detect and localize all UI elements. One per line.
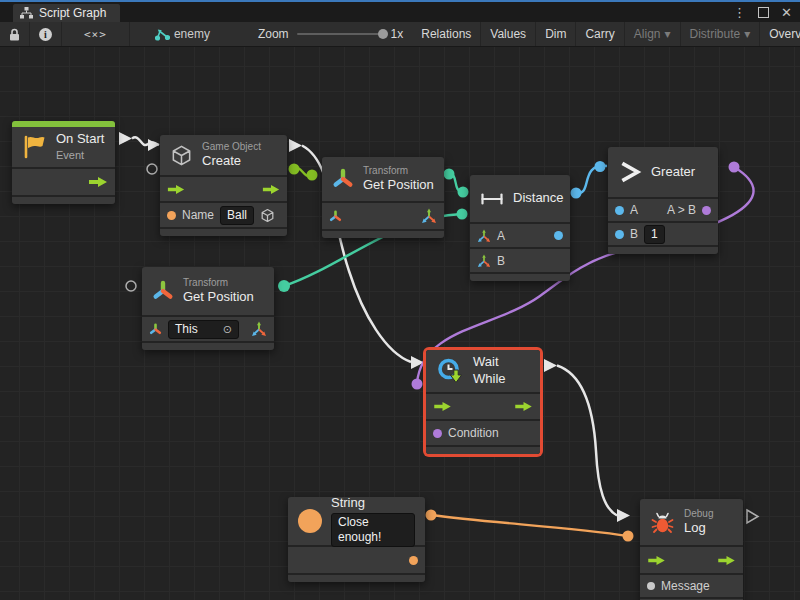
node-greater[interactable]: Greater A A > B B 1 bbox=[608, 147, 718, 254]
game-object-output-icon[interactable] bbox=[260, 208, 275, 223]
control-input-port[interactable] bbox=[433, 401, 452, 412]
info-button[interactable]: i bbox=[30, 22, 62, 46]
control-output-port[interactable] bbox=[262, 184, 280, 195]
transform-icon bbox=[332, 168, 354, 190]
dim-button[interactable]: Dim bbox=[536, 22, 576, 46]
vector3-output-port[interactable] bbox=[421, 208, 437, 224]
node-footer bbox=[470, 274, 570, 281]
unconnected-port-triangle[interactable] bbox=[747, 510, 758, 523]
node-distance[interactable]: Distance A B bbox=[470, 175, 570, 281]
flag-icon bbox=[22, 135, 47, 159]
port-label: B bbox=[497, 254, 505, 268]
control-output-port[interactable] bbox=[717, 555, 736, 566]
node-footer bbox=[142, 343, 274, 350]
script-graph-window: Script Graph ⋮ ✕ i <×> enemy Zo bbox=[0, 0, 800, 600]
port-label: B bbox=[630, 227, 638, 241]
toolbar: i <×> enemy Zoom 1x Relations Values Dim… bbox=[0, 22, 800, 47]
node-string[interactable]: String Close enough! bbox=[288, 497, 425, 582]
relations-button[interactable]: Relations bbox=[412, 22, 481, 46]
node-subtitle: Event bbox=[56, 148, 104, 162]
tab-script-graph[interactable]: Script Graph bbox=[13, 4, 120, 22]
object-input-port[interactable] bbox=[647, 582, 655, 590]
tab-label: Script Graph bbox=[39, 6, 106, 20]
unconnected-port-circle[interactable] bbox=[147, 164, 157, 174]
vector3-input-port-b[interactable] bbox=[477, 254, 491, 268]
bool-input-port[interactable] bbox=[433, 429, 442, 438]
close-icon[interactable]: ✕ bbox=[781, 5, 792, 20]
b-value-field[interactable]: 1 bbox=[644, 225, 665, 244]
code-preview-button[interactable]: <×> bbox=[62, 22, 130, 46]
node-title: String bbox=[331, 495, 415, 512]
title-bar: Script Graph ⋮ ✕ bbox=[0, 0, 800, 22]
control-input-port[interactable] bbox=[167, 184, 185, 195]
control-output-port[interactable] bbox=[514, 401, 533, 412]
wire-create-getposition[interactable] bbox=[289, 164, 318, 181]
node-wait-while[interactable]: Wait While Condition bbox=[426, 350, 540, 454]
vector3-output-port[interactable] bbox=[251, 321, 267, 337]
string-icon bbox=[298, 509, 322, 533]
string-value-field[interactable]: Close enough! bbox=[331, 513, 415, 547]
transform-input-port[interactable] bbox=[149, 323, 162, 336]
zoom-slider-handle[interactable] bbox=[378, 29, 388, 39]
maximize-icon[interactable] bbox=[758, 7, 769, 18]
node-footer bbox=[608, 247, 718, 254]
wire-waitwhile-debuglog[interactable] bbox=[544, 359, 630, 522]
name-value-field[interactable]: Ball bbox=[220, 206, 254, 225]
carry-button[interactable]: Carry bbox=[576, 22, 624, 46]
zoom-slider[interactable] bbox=[297, 33, 383, 35]
graph-canvas[interactable]: On Start Event Game Object Create bbox=[0, 47, 800, 600]
info-icon: i bbox=[39, 28, 52, 41]
string-output-port[interactable] bbox=[409, 556, 418, 565]
values-button[interactable]: Values bbox=[481, 22, 536, 46]
node-get-position-self[interactable]: Transform Get Position This ⊙ bbox=[142, 267, 274, 350]
float-input-port-a[interactable] bbox=[615, 206, 624, 215]
graph-tab-icon bbox=[20, 7, 33, 19]
graph-name-group: enemy bbox=[146, 22, 219, 46]
chevron-down-icon: ▾ bbox=[744, 27, 750, 41]
control-input-port[interactable] bbox=[647, 555, 666, 566]
transform-input-port[interactable] bbox=[329, 210, 342, 223]
lock-icon bbox=[9, 28, 20, 41]
cube-icon bbox=[170, 144, 193, 167]
node-footer bbox=[160, 229, 287, 236]
object-picker-icon[interactable]: ⊙ bbox=[223, 322, 232, 337]
wire-onstart-create[interactable] bbox=[119, 132, 159, 151]
graph-name-label: enemy bbox=[174, 27, 210, 41]
port-label: A bbox=[497, 229, 505, 243]
node-title: Get Position bbox=[183, 289, 254, 306]
node-on-start[interactable]: On Start Event bbox=[12, 121, 115, 204]
overview-button[interactable]: Overview bbox=[760, 22, 800, 46]
port-label: Condition bbox=[448, 426, 499, 440]
string-input-port[interactable] bbox=[167, 211, 176, 220]
distribute-dropdown[interactable]: Distribute▾ bbox=[681, 22, 761, 46]
chevron-down-icon: ▾ bbox=[664, 27, 670, 41]
zoom-label: Zoom bbox=[258, 27, 289, 41]
wait-clock-icon bbox=[436, 357, 464, 385]
bool-output-port[interactable] bbox=[702, 206, 711, 215]
transform-icon bbox=[152, 280, 174, 302]
greater-icon bbox=[618, 160, 642, 184]
window-menu-icon[interactable]: ⋮ bbox=[733, 5, 746, 20]
node-category: Debug bbox=[684, 507, 713, 520]
target-value-field[interactable]: This ⊙ bbox=[168, 320, 239, 339]
unconnected-port-circle[interactable] bbox=[126, 281, 136, 291]
zoom-value: 1x bbox=[391, 27, 404, 41]
wire-getposition-distance-a[interactable] bbox=[444, 169, 469, 198]
node-category: Transform bbox=[363, 164, 434, 177]
lock-button[interactable] bbox=[0, 22, 30, 46]
node-get-position-top[interactable]: Transform Get Position bbox=[322, 157, 444, 238]
node-title: Greater bbox=[651, 164, 695, 181]
float-output-port[interactable] bbox=[554, 231, 563, 240]
wire-distance-greater[interactable] bbox=[571, 161, 608, 199]
align-dropdown[interactable]: Align▾ bbox=[625, 22, 681, 46]
wire-string-message[interactable] bbox=[426, 510, 634, 542]
bug-icon bbox=[650, 510, 675, 535]
graph-asset-icon bbox=[155, 28, 170, 41]
distance-icon bbox=[480, 193, 504, 205]
port-label: Name bbox=[182, 208, 214, 222]
node-debug-log[interactable]: Debug Log Message bbox=[640, 499, 743, 600]
float-input-port-b[interactable] bbox=[615, 230, 624, 239]
vector3-input-port-a[interactable] bbox=[477, 229, 491, 243]
node-create[interactable]: Game Object Create Name Ball bbox=[160, 135, 287, 236]
control-output-port[interactable] bbox=[88, 176, 108, 188]
